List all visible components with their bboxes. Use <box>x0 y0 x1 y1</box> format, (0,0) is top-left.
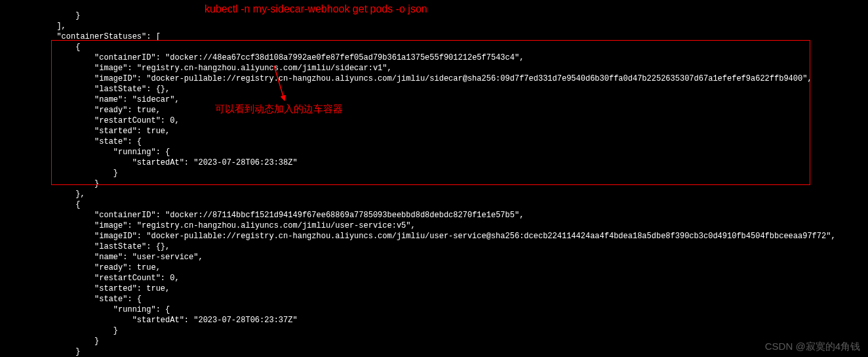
code-line: "started": true, <box>0 284 170 293</box>
code-line: "containerID": "docker://48ea67ccf38d108… <box>0 53 524 62</box>
code-line: "image": "registry.cn-hangzhou.aliyuncs.… <box>0 64 392 73</box>
code-line: } <box>0 169 118 178</box>
code-line: } <box>0 179 99 188</box>
watermark: CSDN @寂寞的4角钱 <box>765 341 860 352</box>
code-line: "name": "sidecar", <box>0 95 180 104</box>
code-line: "restartCount": 0, <box>0 274 180 283</box>
code-line: { <box>0 43 80 52</box>
code-line: "state": { <box>0 137 142 146</box>
code-line: "restartCount": 0, <box>0 116 180 125</box>
code-line: } <box>0 347 80 356</box>
annotation-label: 可以看到动态加入的边车容器 <box>215 104 343 114</box>
code-line: "containerID": "docker://87114bbcf1521d9… <box>0 211 524 220</box>
code-line: "imageID": "docker-pullable://registry.c… <box>0 74 812 83</box>
code-line: "started": true, <box>0 127 170 136</box>
code-line: "running": { <box>0 148 170 157</box>
code-line: "imageID": "docker-pullable://registry.c… <box>0 232 836 241</box>
code-line: "ready": true, <box>0 106 161 115</box>
code-line: "running": { <box>0 305 170 314</box>
code-line: }, <box>0 190 85 199</box>
code-line: "name": "user-service", <box>0 253 203 262</box>
code-line: "containerStatuses": [ <box>0 32 161 41</box>
code-line: "lastState": {}, <box>0 242 170 251</box>
code-line: } <box>0 337 99 346</box>
code-line: "state": { <box>0 295 142 304</box>
code-line: "startedAt": "2023-07-28T06:23:38Z" <box>0 158 298 167</box>
code-line: "ready": true, <box>0 263 161 272</box>
annotation-command: kubectl -n my-sidecar-webhook get pods -… <box>205 4 427 14</box>
code-line: } <box>0 11 80 20</box>
code-line: "lastState": {}, <box>0 85 170 94</box>
code-line: ], <box>0 22 66 31</box>
code-line: } <box>0 326 118 335</box>
code-line: "startedAt": "2023-07-28T06:23:37Z" <box>0 316 298 325</box>
json-code-block: } ], "containerStatuses": [ { "container… <box>0 0 836 357</box>
code-line: { <box>0 200 80 209</box>
code-line: "image": "registry.cn-hangzhou.aliyuncs.… <box>0 221 416 230</box>
